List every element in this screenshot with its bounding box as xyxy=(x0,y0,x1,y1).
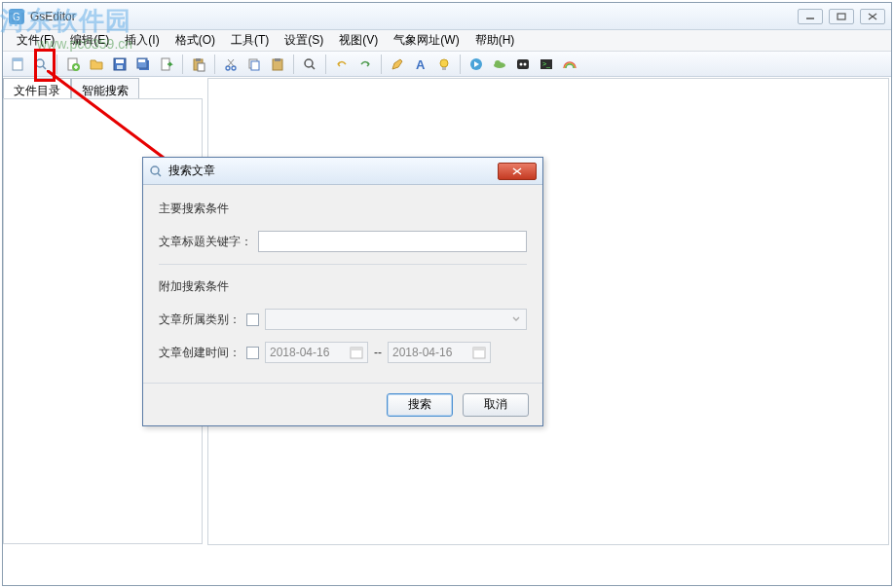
toolbar-terminal-icon[interactable]: >_ xyxy=(536,54,557,75)
menu-edit[interactable]: 编辑(E) xyxy=(62,30,117,51)
toolbar-paste-icon[interactable] xyxy=(188,54,209,75)
menu-insert[interactable]: 插入(I) xyxy=(117,30,167,51)
toolbar-separator xyxy=(381,55,382,74)
svg-line-33 xyxy=(312,66,315,69)
svg-point-39 xyxy=(495,60,501,66)
toolbar-undo-icon[interactable] xyxy=(331,54,353,75)
menu-view[interactable]: 视图(V) xyxy=(331,30,386,51)
search-icon xyxy=(149,165,163,178)
section-extra-title: 附加搜索条件 xyxy=(159,278,527,295)
toolbar-save-icon[interactable] xyxy=(109,54,130,75)
svg-rect-22 xyxy=(196,58,201,61)
svg-point-32 xyxy=(305,59,313,67)
svg-point-41 xyxy=(520,62,523,65)
calendar-icon xyxy=(472,346,486,359)
toolbar-folder-icon[interactable] xyxy=(86,54,107,75)
minimize-button[interactable] xyxy=(798,9,823,24)
svg-text:A: A xyxy=(416,57,426,72)
label-category: 文章所属类别： xyxy=(159,312,241,328)
toolbar-pencil-icon[interactable] xyxy=(387,54,408,75)
toolbar-separator xyxy=(182,55,183,74)
toolbar-separator xyxy=(214,55,215,74)
menu-settings[interactable]: 设置(S) xyxy=(277,30,331,51)
menu-format[interactable]: 格式(O) xyxy=(168,30,223,51)
calendar-icon xyxy=(350,346,363,359)
svg-text:G: G xyxy=(13,12,20,22)
svg-point-47 xyxy=(151,166,159,174)
toolbar-separator xyxy=(325,55,326,74)
search-button[interactable]: 搜索 xyxy=(387,393,453,417)
svg-point-42 xyxy=(524,62,527,65)
category-checkbox[interactable] xyxy=(246,313,259,326)
toolbar-separator xyxy=(56,55,57,74)
section-main-title: 主要搜索条件 xyxy=(159,201,527,217)
toolbar-saveall-icon[interactable] xyxy=(132,54,154,75)
svg-rect-23 xyxy=(198,63,205,71)
toolbar-separator xyxy=(293,55,294,74)
svg-point-25 xyxy=(232,66,236,70)
menubar: 文件(F) 编辑(E) 插入(I) 格式(O) 工具(T) 设置(S) 视图(V… xyxy=(3,30,891,52)
menu-help[interactable]: 帮助(H) xyxy=(467,30,523,51)
toolbar-bulb-icon[interactable] xyxy=(433,54,455,75)
dialog-titlebar: 搜索文章 xyxy=(143,158,542,185)
date-checkbox[interactable] xyxy=(246,347,259,359)
svg-rect-54 xyxy=(473,348,485,350)
toolbar-play-icon[interactable] xyxy=(466,54,487,75)
svg-rect-36 xyxy=(442,67,446,70)
svg-rect-29 xyxy=(251,61,259,70)
svg-point-24 xyxy=(226,66,230,70)
svg-rect-19 xyxy=(138,59,145,62)
toolbar-new-icon[interactable] xyxy=(7,54,28,75)
svg-text:>_: >_ xyxy=(542,60,550,68)
app-icon: G xyxy=(9,9,24,24)
date-to-input[interactable]: 2018-04-16 xyxy=(388,342,491,363)
close-button[interactable] xyxy=(860,9,885,24)
chevron-down-icon xyxy=(512,316,520,322)
toolbar: A >_ xyxy=(3,52,891,77)
divider xyxy=(159,264,527,265)
toolbar-export-icon[interactable] xyxy=(156,54,177,75)
category-combo[interactable] xyxy=(265,309,527,330)
date-to-value: 2018-04-16 xyxy=(392,346,452,359)
svg-rect-3 xyxy=(838,14,845,19)
svg-rect-31 xyxy=(275,58,280,61)
toolbar-font-icon[interactable]: A xyxy=(410,54,431,75)
toolbar-redo-icon[interactable] xyxy=(354,54,376,75)
toolbar-cloud-icon[interactable] xyxy=(489,54,510,75)
window-title: GsEditor xyxy=(30,10,798,23)
menu-weather[interactable]: 气象网址(W) xyxy=(386,30,466,51)
svg-rect-40 xyxy=(517,59,529,69)
svg-rect-15 xyxy=(116,59,124,63)
dialog-body: 主要搜索条件 文章标题关键字： 附加搜索条件 文章所属类别： 文章创建时间： 2… xyxy=(143,185,542,383)
toolbar-cut-icon[interactable] xyxy=(220,54,242,75)
toolbar-separator xyxy=(460,55,461,74)
dialog-close-button[interactable] xyxy=(498,163,537,180)
titlebar: G GsEditor xyxy=(3,3,891,30)
toolbar-copy-icon[interactable] xyxy=(243,54,265,75)
date-separator: -- xyxy=(374,346,382,359)
label-keyword: 文章标题关键字： xyxy=(159,234,252,250)
svg-line-48 xyxy=(158,173,161,176)
menu-file[interactable]: 文件(F) xyxy=(9,30,62,51)
toolbar-rainbow-icon[interactable] xyxy=(559,54,580,75)
svg-rect-52 xyxy=(351,348,362,350)
keyword-input[interactable] xyxy=(258,231,527,252)
svg-rect-7 xyxy=(13,58,22,61)
toolbar-find-icon[interactable] xyxy=(299,54,320,75)
menu-tools[interactable]: 工具(T) xyxy=(223,30,277,51)
svg-point-35 xyxy=(440,59,448,67)
search-dialog: 搜索文章 主要搜索条件 文章标题关键字： 附加搜索条件 文章所属类别： 文章创建… xyxy=(142,157,543,426)
toolbar-face-icon[interactable] xyxy=(512,54,534,75)
annotation-box xyxy=(34,49,56,82)
cancel-button[interactable]: 取消 xyxy=(463,393,529,417)
maximize-button[interactable] xyxy=(829,9,854,24)
date-from-input[interactable]: 2018-04-16 xyxy=(265,342,368,363)
date-from-value: 2018-04-16 xyxy=(270,346,329,359)
label-created: 文章创建时间： xyxy=(159,345,241,361)
dialog-title: 搜索文章 xyxy=(168,163,498,179)
dialog-footer: 搜索 取消 xyxy=(143,383,542,425)
toolbar-doc-add-icon[interactable] xyxy=(62,54,84,75)
svg-rect-16 xyxy=(117,65,123,69)
toolbar-clipboard-icon[interactable] xyxy=(267,54,288,75)
